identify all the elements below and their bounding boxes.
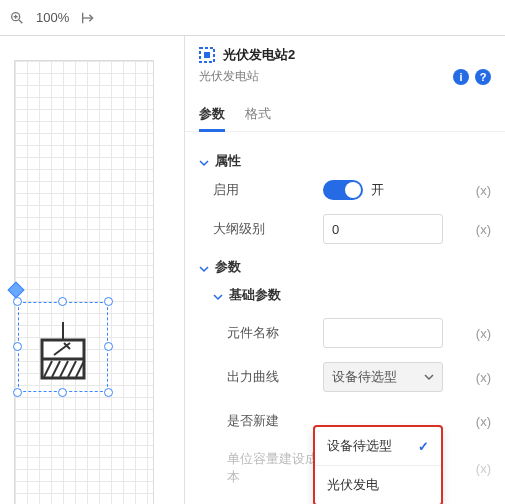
var-indicator: (x) xyxy=(476,461,491,476)
check-icon: ✓ xyxy=(418,439,429,454)
unit-cost-label: 单位容量建设成本 xyxy=(227,450,323,486)
resize-handle[interactable] xyxy=(13,342,22,351)
properties-panel: 光伏发电站2 光伏发电站 i ? 参数 格式 属性 启用 xyxy=(185,36,505,504)
canvas-paper xyxy=(14,60,154,504)
var-indicator[interactable]: (x) xyxy=(476,183,491,198)
section-attributes[interactable]: 属性 xyxy=(199,152,491,170)
enable-label: 启用 xyxy=(213,181,323,199)
resize-handle[interactable] xyxy=(58,297,67,306)
resize-handle[interactable] xyxy=(104,388,113,397)
resize-handle[interactable] xyxy=(104,297,113,306)
component-name-input[interactable] xyxy=(323,318,443,348)
resize-handle[interactable] xyxy=(58,388,67,397)
tab-params[interactable]: 参数 xyxy=(199,95,225,131)
resize-handle[interactable] xyxy=(13,388,22,397)
component-type-icon xyxy=(199,47,215,63)
zoom-level[interactable]: 100% xyxy=(36,10,69,25)
fit-width-icon[interactable] xyxy=(79,9,97,27)
info-icon[interactable]: i xyxy=(453,69,469,85)
panel-title: 光伏发电站2 xyxy=(223,46,295,64)
panel-subtitle: 光伏发电站 xyxy=(199,68,259,85)
dropdown-option[interactable]: 设备待选型 ✓ xyxy=(315,427,441,465)
output-curve-select[interactable]: 设备待选型 xyxy=(323,362,443,392)
resize-handle[interactable] xyxy=(13,297,22,306)
var-indicator[interactable]: (x) xyxy=(476,414,491,429)
var-indicator[interactable]: (x) xyxy=(476,370,491,385)
var-indicator[interactable]: (x) xyxy=(476,326,491,341)
selected-component[interactable] xyxy=(18,302,108,392)
section-basic-params[interactable]: 基础参数 xyxy=(213,286,491,304)
outline-level-label: 大纲级别 xyxy=(213,220,323,238)
resize-handle[interactable] xyxy=(104,342,113,351)
is-new-label: 是否新建 xyxy=(227,412,323,430)
svg-line-1 xyxy=(19,20,22,23)
help-icon[interactable]: ? xyxy=(475,69,491,85)
chevron-down-icon xyxy=(213,290,223,300)
canvas[interactable] xyxy=(0,36,185,504)
toolbar: 100% xyxy=(0,0,505,36)
tab-format[interactable]: 格式 xyxy=(245,95,271,131)
dropdown-option[interactable]: 光伏发电 xyxy=(315,465,441,504)
chevron-down-icon xyxy=(199,156,209,166)
svg-rect-15 xyxy=(204,52,210,58)
pv-station-icon xyxy=(40,322,86,380)
enable-toggle[interactable] xyxy=(323,180,363,200)
var-indicator[interactable]: (x) xyxy=(476,222,491,237)
component-name-label: 元件名称 xyxy=(227,324,323,342)
outline-level-input[interactable] xyxy=(323,214,443,244)
output-curve-label: 出力曲线 xyxy=(227,368,323,386)
enable-on-label: 开 xyxy=(371,181,384,199)
dropdown-menu: 设备待选型 ✓ 光伏发电 xyxy=(313,425,443,504)
zoom-in-icon[interactable] xyxy=(8,9,26,27)
section-params[interactable]: 参数 xyxy=(199,258,491,276)
panel-tabs: 参数 格式 xyxy=(185,95,505,132)
chevron-down-icon xyxy=(199,262,209,272)
chevron-down-icon xyxy=(424,370,434,385)
